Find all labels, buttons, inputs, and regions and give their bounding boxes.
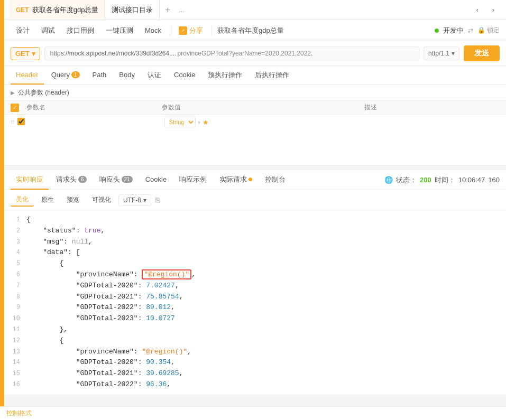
send-button[interactable]: 发送 (464, 45, 500, 61)
example-button[interactable]: 接口用例 (61, 24, 99, 38)
sidebar-strip (0, 0, 4, 395)
visual-btn[interactable]: 可视化 (87, 194, 116, 206)
resp-tab-actual[interactable]: 实际请求 (214, 170, 257, 190)
json-line-16: 16 "GDPTotal-2022": 96.36, (4, 379, 506, 390)
row-checkbox[interactable] (17, 118, 30, 127)
line-content-14: "GDPTotal-2020": 90.354, (26, 357, 506, 368)
tab-body-label: Body (119, 71, 135, 79)
line-content-6: "provinceName": "@region()", (26, 269, 506, 281)
param-tabs: Header Query 1 Path Body 认证 Cookie 预执行操作… (4, 66, 506, 85)
line-num-6: 6 (4, 269, 26, 280)
row-checkbox-input[interactable] (17, 118, 25, 125)
tab-pre-exec[interactable]: 预执行操作 (203, 66, 247, 85)
json-line-14: 14 "GDPTotal-2020": 90.354, (4, 357, 506, 368)
tab-post-exec[interactable]: 后执行操作 (250, 66, 295, 85)
line-num-15: 15 (4, 368, 26, 379)
line-content-13: "provinceName": "@region()", (26, 347, 506, 358)
topbar-right: ‹ › (470, 3, 501, 17)
response-status: 🌐 状态： 200 时间： 10:06:47 160 (384, 175, 500, 185)
line-content-11: }, (26, 324, 506, 335)
toolbar: 设计 调试 接口用例 一键压测 Mock ↗ 分享 获取各省年度gdp总量 开发… (4, 20, 506, 41)
select-all-checkbox[interactable]: ✓ (11, 104, 19, 112)
lock-button[interactable]: 🔒 锁定 (477, 26, 500, 35)
line-num-4: 4 (4, 247, 26, 258)
toolbar-right: 开发中 ⇄ 🔒 锁定 (435, 26, 500, 35)
http-version-select[interactable]: http/1.1 ▾ (424, 46, 459, 60)
expand-arrow-icon[interactable]: ▶ (11, 90, 15, 96)
tab-header[interactable]: Header (11, 66, 44, 85)
resp-tab-example[interactable]: 响应示例 (174, 170, 212, 190)
beautify-btn[interactable]: 美化 (11, 193, 34, 207)
param-row: ⠿ String ▾ ★ (4, 115, 506, 129)
method-value: GET (15, 50, 30, 58)
section-spacer (4, 166, 506, 170)
line-content-1: { (26, 214, 506, 226)
col-name-header: 参数名 (26, 103, 162, 112)
nav-back-button[interactable]: ‹ (470, 3, 485, 17)
http-chevron: ▾ (452, 50, 455, 57)
tab-path-label: Path (93, 71, 107, 79)
status-label[interactable]: 开发中 (443, 26, 464, 35)
json-viewer: 1 { 2 "status": true, 3 "msg": null, 4 (4, 210, 506, 395)
stress-button[interactable]: 一键压测 (100, 24, 139, 38)
line-content-10: "GDPTotal-2023": 10.0727 (26, 313, 506, 324)
http-version-label: http/1.1 (428, 50, 449, 57)
tab-cookie[interactable]: Cookie (169, 66, 200, 85)
copy-button[interactable]: ⎘ (155, 196, 160, 204)
status-label-text: 状态： (396, 175, 417, 185)
url-input[interactable]: https://mock.apipost.net/mock/339df3d264… (44, 46, 419, 60)
tab-test-directory[interactable]: 测试接口目录 (105, 0, 160, 20)
json-line-4: 4 "data": [ (4, 247, 506, 258)
type-select[interactable]: String (164, 117, 196, 127)
encoding-select[interactable]: UTF-8 ▾ (118, 194, 151, 206)
line-content-5: { (26, 258, 506, 269)
nav-forward-button[interactable]: › (486, 3, 501, 17)
line-num-16: 16 (4, 379, 26, 390)
actual-dot (249, 178, 252, 181)
resp-tab-console[interactable]: 控制台 (260, 170, 291, 190)
toolbar-divider (170, 25, 170, 36)
main-tab-active[interactable]: GET 获取各省年度gdp总量 (10, 0, 105, 20)
tab-post-exec-label: 后执行操作 (255, 70, 289, 80)
raw-btn[interactable]: 原生 (36, 194, 59, 206)
url-bar: GET ▾ https://mock.apipost.net/mock/339d… (4, 41, 506, 66)
line-content-4: "data": [ (26, 247, 506, 258)
method-select[interactable]: GET ▾ (11, 47, 40, 60)
response-tabs: 实时响应 请求头 6 响应头 21 Cookie 响应示例 实际请求 控制台 (4, 170, 506, 190)
line-content-16: "GDPTotal-2022": 96.36, (26, 379, 506, 390)
params-table-header: ✓ 参数名 参数值 描述 (4, 100, 506, 115)
tab-body[interactable]: Body (114, 66, 140, 85)
resp-tab-req-headers[interactable]: 请求头 6 (51, 170, 92, 190)
tab-cookie-label: Cookie (174, 71, 195, 79)
line-content-12: { (26, 335, 506, 347)
public-params-label: 公共参数 (header) (18, 88, 69, 97)
url-suffix: provinceGDPTotal?yearName=2020,2021,2022… (178, 50, 313, 57)
resp-tab-resp-headers[interactable]: 响应头 21 (94, 170, 138, 190)
more-tabs-button[interactable]: ... (176, 6, 188, 14)
tab-path[interactable]: Path (87, 66, 112, 85)
design-button[interactable]: 设计 (11, 24, 35, 38)
json-line-1: 1 { (4, 214, 506, 226)
json-line-2: 2 "status": true, (4, 226, 506, 237)
toolbar-divider2 (211, 25, 212, 36)
line-num-11: 11 (4, 324, 26, 335)
tab-query[interactable]: Query 1 (46, 66, 85, 85)
check-all: ✓ (11, 104, 26, 112)
resp-tab-realtime[interactable]: 实时响应 (11, 170, 49, 190)
mock-button[interactable]: Mock (140, 24, 167, 36)
tab2-title: 测试接口目录 (112, 5, 153, 15)
json-line-6: 6 "provinceName": "@region()", (4, 269, 506, 281)
debug-button[interactable]: 调试 (36, 24, 60, 38)
resp-tab-cookie[interactable]: Cookie (140, 170, 172, 190)
line-num-5: 5 (4, 258, 26, 269)
drag-handle-icon[interactable]: ⠿ (11, 119, 14, 125)
status-dot (435, 29, 439, 33)
tab-auth[interactable]: 认证 (142, 66, 167, 85)
json-line-13: 13 "provinceName": "@region()", (4, 347, 506, 358)
share-button[interactable]: ↗ 分享 (173, 24, 208, 38)
resp-tab-cookie-label: Cookie (145, 175, 167, 183)
sync-icon[interactable]: ⇄ (468, 27, 473, 34)
tab-pre-exec-label: 预执行操作 (208, 70, 242, 80)
add-tab-button[interactable]: + (160, 5, 175, 15)
preview-btn[interactable]: 预览 (61, 194, 85, 206)
